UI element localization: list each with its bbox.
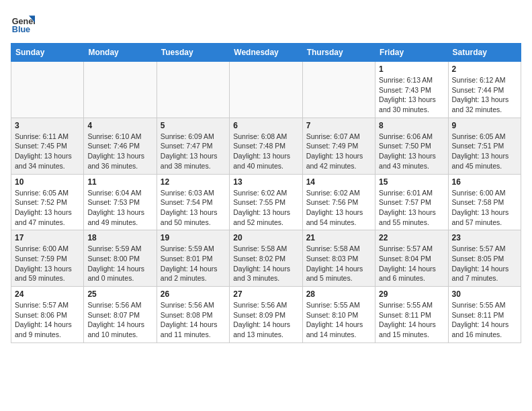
cal-cell: 28 Sunrise: 5:55 AMSunset: 8:10 PMDaylig… (302, 287, 375, 343)
cell-info: Sunrise: 5:58 AMSunset: 8:03 PMDaylight:… (306, 244, 371, 283)
day-number: 15 (379, 177, 444, 187)
day-number: 23 (452, 233, 517, 242)
cal-cell: 26 Sunrise: 5:56 AMSunset: 8:08 PMDaylig… (157, 287, 229, 343)
cell-info: Sunrise: 6:10 AMSunset: 7:46 PMDaylight:… (87, 132, 152, 171)
day-number: 20 (233, 233, 298, 242)
cal-cell (11, 62, 84, 118)
cal-cell: 9 Sunrise: 6:05 AMSunset: 7:51 PMDayligh… (448, 118, 521, 174)
day-number: 2 (452, 64, 517, 74)
day-number: 4 (87, 121, 152, 130)
cell-info: Sunrise: 6:06 AMSunset: 7:50 PMDaylight:… (379, 132, 444, 171)
cal-cell (157, 62, 229, 118)
cell-info: Sunrise: 6:00 AMSunset: 7:59 PMDaylight:… (15, 244, 80, 283)
day-number: 9 (452, 121, 517, 130)
cell-info: Sunrise: 6:05 AMSunset: 7:51 PMDaylight:… (452, 132, 517, 171)
cell-info: Sunrise: 5:57 AMSunset: 8:04 PMDaylight:… (379, 244, 444, 283)
cal-cell: 3 Sunrise: 6:11 AMSunset: 7:45 PMDayligh… (11, 118, 84, 174)
day-number: 14 (306, 177, 371, 187)
day-number: 21 (306, 233, 371, 242)
cell-info: Sunrise: 5:58 AMSunset: 8:02 PMDaylight:… (233, 244, 298, 283)
day-number: 11 (87, 177, 152, 187)
cell-info: Sunrise: 6:02 AMSunset: 7:56 PMDaylight:… (306, 188, 371, 228)
cell-info: Sunrise: 5:59 AMSunset: 8:01 PMDaylight:… (161, 244, 226, 283)
cal-cell: 13 Sunrise: 6:02 AMSunset: 7:55 PMDaylig… (230, 174, 302, 230)
cal-cell (302, 62, 375, 118)
cal-cell: 14 Sunrise: 6:02 AMSunset: 7:56 PMDaylig… (302, 174, 375, 230)
cell-info: Sunrise: 5:56 AMSunset: 8:07 PMDaylight:… (87, 300, 152, 340)
day-header-tuesday: Tuesday (157, 44, 229, 62)
cal-cell: 7 Sunrise: 6:07 AMSunset: 7:49 PMDayligh… (302, 118, 375, 174)
day-number: 28 (306, 289, 371, 299)
cal-cell: 16 Sunrise: 6:00 AMSunset: 7:58 PMDaylig… (448, 174, 521, 230)
cal-cell: 24 Sunrise: 5:57 AMSunset: 8:06 PMDaylig… (11, 287, 84, 343)
cal-cell: 18 Sunrise: 5:59 AMSunset: 8:00 PMDaylig… (84, 230, 157, 287)
day-header-thursday: Thursday (302, 44, 375, 62)
day-header-monday: Monday (84, 44, 157, 62)
cal-cell: 20 Sunrise: 5:58 AMSunset: 8:02 PMDaylig… (230, 230, 302, 287)
cal-cell: 21 Sunrise: 5:58 AMSunset: 8:03 PMDaylig… (302, 230, 375, 287)
cal-cell: 29 Sunrise: 5:55 AMSunset: 8:11 PMDaylig… (375, 287, 448, 343)
day-number: 30 (452, 289, 517, 299)
day-number: 16 (452, 177, 517, 187)
day-number: 12 (161, 177, 226, 187)
cell-info: Sunrise: 6:04 AMSunset: 7:53 PMDaylight:… (87, 188, 152, 228)
cal-cell: 17 Sunrise: 6:00 AMSunset: 7:59 PMDaylig… (11, 230, 84, 287)
svg-text:Blue: Blue (12, 25, 30, 34)
week-row-1: 1 Sunrise: 6:13 AMSunset: 7:43 PMDayligh… (11, 62, 521, 118)
cell-info: Sunrise: 6:13 AMSunset: 7:43 PMDaylight:… (379, 75, 444, 115)
cal-cell: 1 Sunrise: 6:13 AMSunset: 7:43 PMDayligh… (375, 62, 448, 118)
day-number: 7 (306, 121, 371, 130)
page-header: General Blue (11, 11, 521, 35)
cal-cell: 11 Sunrise: 6:04 AMSunset: 7:53 PMDaylig… (84, 174, 157, 230)
cell-info: Sunrise: 6:11 AMSunset: 7:45 PMDaylight:… (15, 132, 80, 171)
calendar-table: SundayMondayTuesdayWednesdayThursdayFrid… (11, 43, 521, 343)
cal-cell: 6 Sunrise: 6:08 AMSunset: 7:48 PMDayligh… (230, 118, 302, 174)
cal-cell: 23 Sunrise: 5:57 AMSunset: 8:05 PMDaylig… (448, 230, 521, 287)
cell-info: Sunrise: 6:00 AMSunset: 7:58 PMDaylight:… (452, 188, 517, 228)
day-header-friday: Friday (375, 44, 448, 62)
day-header-saturday: Saturday (448, 44, 521, 62)
cell-info: Sunrise: 5:55 AMSunset: 8:11 PMDaylight:… (452, 300, 517, 340)
day-number: 3 (15, 121, 80, 130)
day-number: 29 (379, 289, 444, 299)
day-number: 5 (161, 121, 226, 130)
cell-info: Sunrise: 6:02 AMSunset: 7:55 PMDaylight:… (233, 188, 298, 228)
week-row-4: 17 Sunrise: 6:00 AMSunset: 7:59 PMDaylig… (11, 230, 521, 287)
day-number: 22 (379, 233, 444, 242)
cell-info: Sunrise: 5:57 AMSunset: 8:05 PMDaylight:… (452, 244, 517, 283)
day-header-wednesday: Wednesday (230, 44, 302, 62)
day-number: 1 (379, 64, 444, 74)
cal-cell (84, 62, 157, 118)
cell-info: Sunrise: 5:56 AMSunset: 8:08 PMDaylight:… (161, 300, 226, 340)
cal-cell: 8 Sunrise: 6:06 AMSunset: 7:50 PMDayligh… (375, 118, 448, 174)
day-number: 10 (15, 177, 80, 187)
day-number: 13 (233, 177, 298, 187)
cell-info: Sunrise: 5:57 AMSunset: 8:06 PMDaylight:… (15, 300, 80, 340)
cal-cell: 12 Sunrise: 6:03 AMSunset: 7:54 PMDaylig… (157, 174, 229, 230)
cal-cell: 27 Sunrise: 5:56 AMSunset: 8:09 PMDaylig… (230, 287, 302, 343)
cell-info: Sunrise: 6:07 AMSunset: 7:49 PMDaylight:… (306, 132, 371, 171)
cal-cell: 15 Sunrise: 6:01 AMSunset: 7:57 PMDaylig… (375, 174, 448, 230)
week-row-2: 3 Sunrise: 6:11 AMSunset: 7:45 PMDayligh… (11, 118, 521, 174)
day-number: 24 (15, 289, 80, 299)
cal-cell: 10 Sunrise: 6:05 AMSunset: 7:52 PMDaylig… (11, 174, 84, 230)
cell-info: Sunrise: 6:08 AMSunset: 7:48 PMDaylight:… (233, 132, 298, 171)
cell-info: Sunrise: 6:12 AMSunset: 7:44 PMDaylight:… (452, 75, 517, 115)
week-row-3: 10 Sunrise: 6:05 AMSunset: 7:52 PMDaylig… (11, 174, 521, 230)
week-row-5: 24 Sunrise: 5:57 AMSunset: 8:06 PMDaylig… (11, 287, 521, 343)
cell-info: Sunrise: 6:05 AMSunset: 7:52 PMDaylight:… (15, 188, 80, 228)
logo: General Blue (11, 11, 38, 35)
cal-cell: 22 Sunrise: 5:57 AMSunset: 8:04 PMDaylig… (375, 230, 448, 287)
day-number: 19 (161, 233, 226, 242)
cell-info: Sunrise: 5:59 AMSunset: 8:00 PMDaylight:… (87, 244, 152, 283)
cal-cell: 30 Sunrise: 5:55 AMSunset: 8:11 PMDaylig… (448, 287, 521, 343)
day-number: 25 (87, 289, 152, 299)
cal-cell (230, 62, 302, 118)
cell-info: Sunrise: 6:01 AMSunset: 7:57 PMDaylight:… (379, 188, 444, 228)
day-number: 17 (15, 233, 80, 242)
cal-cell: 25 Sunrise: 5:56 AMSunset: 8:07 PMDaylig… (84, 287, 157, 343)
cell-info: Sunrise: 5:56 AMSunset: 8:09 PMDaylight:… (233, 300, 298, 340)
day-number: 26 (161, 289, 226, 299)
cal-cell: 19 Sunrise: 5:59 AMSunset: 8:01 PMDaylig… (157, 230, 229, 287)
day-number: 18 (87, 233, 152, 242)
